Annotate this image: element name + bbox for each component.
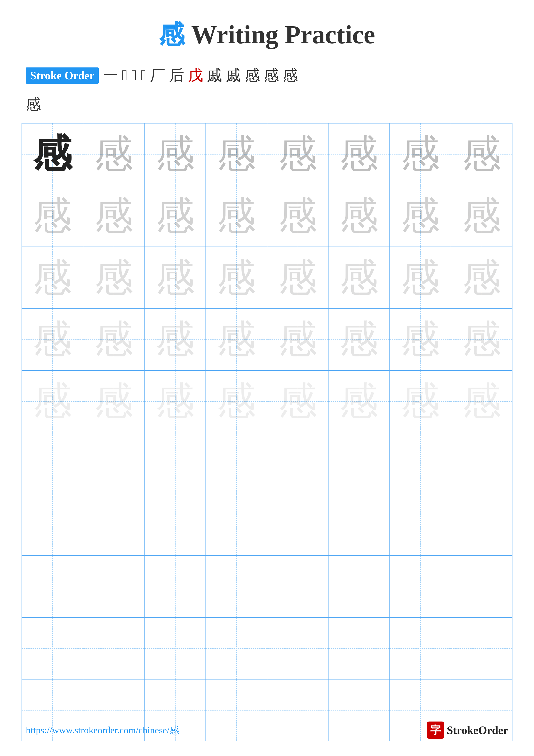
grid-cell-empty[interactable] [22,494,83,555]
practice-char: 感 [278,382,317,421]
grid-cell-empty[interactable] [267,494,329,555]
grid-cell-empty[interactable] [206,432,267,494]
grid-cell-empty[interactable] [390,618,451,679]
stroke-step-7: 戊 [188,65,203,86]
grid-cell-empty[interactable] [144,618,206,679]
grid-cell: 感 [451,371,512,432]
title-character: 感 [159,20,185,49]
grid-cell: 感 [267,309,329,370]
grid-cell: 感 [206,247,267,309]
grid-row [22,432,512,494]
practice-char: 感 [94,320,133,359]
practice-char: 感 [217,197,256,235]
grid-cell: 感 [144,309,206,370]
grid-cell: 感 [390,123,451,185]
grid-cell-empty[interactable] [267,432,329,494]
practice-char: 感 [33,258,72,297]
grid-cell-empty[interactable] [83,432,145,494]
title-section: 感 Writing Practice [0,0,534,65]
grid-cell-empty[interactable] [144,432,206,494]
practice-char: 感 [340,197,378,235]
grid-cell: 感 [328,371,390,432]
grid-cell-empty[interactable] [328,432,390,494]
stroke-step-11: 感 [264,65,279,86]
grid-cell: 感 [267,123,329,185]
grid-cell-empty[interactable] [328,556,390,617]
grid-cell: 感 [390,185,451,247]
grid-cell-empty[interactable] [267,618,329,679]
grid-cell: 感 [267,371,329,432]
grid-cell-empty[interactable] [206,556,267,617]
grid-cell-empty[interactable] [206,494,267,555]
stroke-step-1: 一 [103,65,118,86]
grid-cell-empty[interactable] [451,494,512,555]
grid-cell-empty[interactable] [451,556,512,617]
grid-cell-empty[interactable] [83,494,145,555]
stroke-step-4: 𠃌 [141,67,146,84]
grid-cell-empty[interactable] [144,556,206,617]
practice-char: 感 [33,382,72,421]
grid-cell: 感 [206,185,267,247]
grid-row: 感 感 感 感 感 感 感 感 [22,247,512,309]
grid-cell-empty[interactable] [267,556,329,617]
grid-cell: 感 [206,309,267,370]
practice-char: 感 [33,135,72,174]
practice-char: 感 [94,197,133,235]
grid-cell: 感 [22,309,83,370]
grid-cell-empty[interactable] [206,618,267,679]
grid-cell: 感 [83,123,145,185]
grid-cell-empty[interactable] [328,618,390,679]
grid-cell-empty[interactable] [390,494,451,555]
footer-url[interactable]: https://www.strokeorder.com/chinese/感 [26,724,179,737]
practice-char: 感 [278,135,317,174]
grid-cell-empty[interactable] [83,618,145,679]
grid-cell: 感 [22,371,83,432]
grid-cell: 感 [22,123,83,185]
grid-cell-empty[interactable] [83,556,145,617]
grid-cell-empty[interactable] [451,432,512,494]
grid-cell-empty[interactable] [390,556,451,617]
practice-char: 感 [340,382,378,421]
practice-char: 感 [278,258,317,297]
stroke-order-chars: 一 𠃊 𠃍 𠃌 厂 后 戊 戚 戚 感 感 感 [103,65,298,86]
practice-char: 感 [401,258,440,297]
grid-cell: 感 [451,247,512,309]
practice-char: 感 [340,135,378,174]
grid-cell-empty[interactable] [390,432,451,494]
practice-char: 感 [217,382,256,421]
stroke-step-9: 戚 [226,65,241,86]
grid-section: 感 感 感 感 感 感 感 感 感 感 感 感 感 感 感 感 感 感 感 感 … [0,123,534,741]
practice-char: 感 [33,320,72,359]
grid-cell-empty[interactable] [144,494,206,555]
grid-cell-empty[interactable] [22,556,83,617]
stroke-step-5: 厂 [150,65,165,86]
grid-cell: 感 [83,185,145,247]
practice-char: 感 [340,320,378,359]
grid-cell-empty[interactable] [22,432,83,494]
grid-cell: 感 [390,371,451,432]
footer: https://www.strokeorder.com/chinese/感 字 … [26,721,508,739]
grid-cell-empty[interactable] [22,618,83,679]
stroke-step-2: 𠃊 [122,67,128,84]
grid-cell: 感 [83,247,145,309]
grid-cell: 感 [144,185,206,247]
grid-cell: 感 [22,185,83,247]
practice-char: 感 [462,382,501,421]
practice-char: 感 [33,197,72,235]
grid-cell-empty[interactable] [451,618,512,679]
practice-char: 感 [156,382,194,421]
practice-char: 感 [401,135,440,174]
practice-char: 感 [217,320,256,359]
practice-char: 感 [278,320,317,359]
practice-char: 感 [401,320,440,359]
practice-char: 感 [156,258,194,297]
practice-char: 感 [340,258,378,297]
footer-logo: 字 StrokeOrder [427,721,508,739]
stroke-second-row: 感 [0,94,534,115]
grid-cell: 感 [206,123,267,185]
stroke-order-badge: Stroke Order [26,68,99,84]
grid-cell-empty[interactable] [328,494,390,555]
practice-char: 感 [94,382,133,421]
practice-char: 感 [278,197,317,235]
grid-cell: 感 [328,247,390,309]
